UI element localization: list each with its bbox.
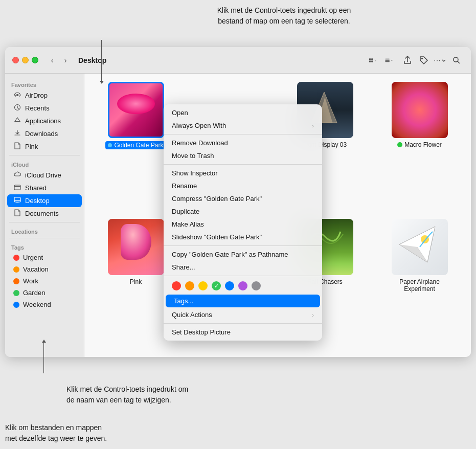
menu-set-desktop[interactable]: Set Desktop Picture [164,326,322,339]
recents-label: Recents [25,104,50,112]
annotation-bottom-center: Klik met de Control-toets ingedrukt om d… [66,384,188,406]
sidebar-item-urgent[interactable]: Urgent [7,252,82,263]
sidebar-item-airdrop[interactable]: AirDrop [7,89,82,102]
color-swatches-row: ✓ [164,278,322,294]
sidebar-item-work[interactable]: Work [7,275,82,287]
weekend-label: Weekend [23,301,51,308]
sidebar-item-garden[interactable]: Garden [7,287,82,299]
svg-rect-5 [385,60,389,60]
back-button[interactable]: ‹ [47,55,58,66]
sidebar-item-shared[interactable]: Shared [7,182,82,194]
pink-file-icon [13,142,21,151]
svg-rect-3 [371,60,373,62]
context-menu: Open Always Open With › Remove Download … [164,104,322,341]
favorites-header: Favorites [5,78,84,89]
sidebar-item-downloads[interactable]: Downloads [7,127,82,140]
menu-rename[interactable]: Rename [164,179,322,192]
menu-show-inspector[interactable]: Show Inspector [164,167,322,179]
sidebar-item-pink[interactable]: Pink [7,140,82,153]
tags-header: Tags [5,240,84,252]
golden-gate-thumb [108,82,164,138]
garden-dot [13,290,19,296]
shared-label: Shared [25,184,47,192]
documents-icon [13,209,21,218]
maximize-button[interactable] [32,57,38,63]
menu-always-open-with[interactable]: Always Open With › [164,119,322,132]
svg-point-7 [421,58,423,59]
downloads-label: Downloads [25,130,58,138]
minimize-button[interactable] [22,57,29,63]
more-button[interactable]: ··· [433,53,447,68]
nav-buttons: ‹ › [47,55,71,66]
close-button[interactable] [12,57,19,63]
paper-airplane-name: Paper Airplane Experiment [389,278,450,293]
divider2 [9,222,80,222]
menu-sep3 [164,245,322,246]
file-item-paper-airplane[interactable]: Paper Airplane Experiment [376,219,463,293]
swatch-orange[interactable] [185,281,194,290]
swatch-gray[interactable] [252,281,261,290]
content-area: Favorites AirDrop [5,74,471,357]
svg-rect-6 [385,61,389,61]
swatch-purple[interactable] [238,281,247,290]
tag-button[interactable] [417,53,431,68]
menu-sep4 [164,276,322,276]
sidebar-item-weekend[interactable]: Weekend [7,299,82,310]
menu-move-to-trash[interactable]: Move to Trash [164,149,322,162]
airdrop-label: AirDrop [25,92,48,99]
golden-gate-name: Golden Gate Park [105,141,166,149]
menu-quick-actions[interactable]: Quick Actions › [164,308,322,321]
swatch-yellow[interactable] [198,281,208,290]
icloud-header: iCloud [5,158,84,169]
sidebar-item-recents[interactable]: Recents [7,102,82,115]
urgent-dot [13,255,19,261]
sidebar-item-icloud-drive[interactable]: iCloud Drive [7,169,82,182]
garden-label: Garden [23,289,45,297]
share-button[interactable] [400,53,415,68]
view-icon-grid-button[interactable] [366,53,380,68]
vacation-dot [13,266,19,273]
menu-remove-download[interactable]: Remove Download [164,137,322,149]
sidebar-item-vacation[interactable]: Vacation [7,263,82,275]
menu-copy-pathname[interactable]: Copy "Golden Gate Park" as Pathname [164,248,322,261]
swatch-red[interactable] [172,281,181,290]
menu-make-alias[interactable]: Make Alias [164,218,322,231]
swatch-green[interactable]: ✓ [212,281,221,290]
recents-icon [13,104,21,113]
file-item-macro-flower[interactable]: Macro Flower [376,82,463,149]
menu-slideshow[interactable]: Slideshow "Golden Gate Park" [164,231,322,243]
view-list-button[interactable] [382,53,396,68]
sidebar-item-documents[interactable]: Documents [7,207,82,220]
divider3 [9,238,80,238]
svg-rect-10 [14,185,20,190]
menu-duplicate[interactable]: Duplicate [164,205,322,218]
desktop-icon [13,196,21,205]
menu-open[interactable]: Open [164,106,322,119]
traffic-lights [12,57,38,63]
sidebar-item-applications[interactable]: Applications [7,115,82,127]
menu-tags[interactable]: Tags... [166,295,320,307]
toolbar: ‹ › Desktop [5,47,471,74]
blue-tag-dot [108,143,112,147]
work-dot [13,278,19,284]
locations-header: Locations [5,224,84,236]
weekend-dot [13,302,19,308]
sidebar-item-desktop[interactable]: Desktop [7,194,82,207]
applications-label: Applications [25,117,61,125]
macro-flower-thumb [392,82,448,138]
forward-button[interactable]: › [60,55,71,66]
divider1 [9,155,80,155]
annotation-top: Klik met de Control-toets ingedrukt op e… [97,5,471,27]
svg-rect-0 [369,58,371,60]
finder-window: ‹ › Desktop [5,47,471,357]
menu-compress[interactable]: Compress "Golden Gate Park" [164,192,322,205]
svg-rect-1 [371,58,373,60]
shared-icon [13,184,21,192]
macro-flower-name-badge: Macro Flower [397,141,442,148]
menu-sep1 [164,134,322,134]
swatch-blue[interactable] [225,281,234,290]
icloud-drive-label: iCloud Drive [25,171,61,179]
search-button[interactable] [449,53,464,68]
annotation-arrow [101,40,102,81]
menu-share[interactable]: Share... [164,261,322,274]
